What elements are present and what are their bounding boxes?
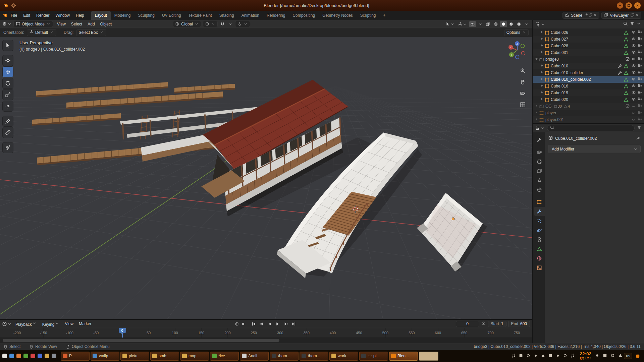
workspace-tab-compositing[interactable]: Compositing (289, 11, 319, 20)
outliner-search-button[interactable] (623, 21, 628, 27)
outliner-row-cube-010-collider-002[interactable]: Cube.010_collider.002 (533, 76, 644, 83)
hide-in-viewport-toggle[interactable] (631, 110, 636, 116)
expand-toggle[interactable] (540, 44, 544, 48)
expand-toggle[interactable] (540, 64, 544, 68)
timeline-menu-marker[interactable]: Marker (76, 321, 94, 327)
transport-jump-first-button[interactable] (250, 321, 258, 327)
menu-help[interactable]: Help (73, 12, 87, 19)
window-close-button[interactable] (634, 2, 641, 9)
outliner-row-cube-020[interactable]: Cube.020 (533, 96, 644, 103)
properties-tab-data[interactable] (534, 244, 545, 253)
auto-keying-toggle[interactable] (234, 321, 246, 326)
properties-tab-render[interactable] (534, 147, 545, 157)
outliner-filter-button[interactable] (630, 21, 635, 27)
hide-in-viewport-toggle[interactable] (631, 77, 636, 82)
options-dropdown[interactable]: Options (504, 29, 529, 36)
tray-icon-3[interactable] (526, 353, 531, 359)
timeline-scrollbar[interactable] (0, 338, 532, 343)
3d-viewport[interactable]: User Perspective (0) bridge3 | Cube.010_… (0, 37, 532, 319)
expand-toggle[interactable] (540, 50, 544, 55)
hide-in-viewport-toggle[interactable] (631, 83, 636, 89)
workspace-tab-uv-editing[interactable]: UV Editing (158, 11, 185, 20)
viewport-menu-select[interactable]: Select (68, 21, 85, 27)
menu-edit[interactable]: Edit (20, 12, 33, 19)
shading-wireframe-button[interactable] (492, 21, 499, 27)
disable-in-renders-toggle[interactable] (637, 110, 642, 116)
collection-exclude-checkbox[interactable] (625, 104, 630, 109)
shading-rendered-button[interactable] (516, 21, 522, 27)
outliner-row-player-001[interactable]: player.001 (533, 116, 644, 123)
proportional-editing-dropdown[interactable] (235, 21, 250, 27)
disable-in-renders-toggle[interactable] (637, 70, 642, 76)
hide-in-viewport-toggle[interactable] (631, 57, 636, 62)
tool-add-cube-button[interactable] (3, 142, 13, 153)
transport-jump-last-button[interactable] (290, 321, 298, 327)
disable-in-renders-toggle[interactable] (637, 37, 642, 42)
properties-tab-physics[interactable] (534, 226, 545, 235)
taskbar-window-blank[interactable] (419, 352, 438, 361)
tray-icon-2[interactable] (519, 353, 523, 359)
outliner-row-bridge3[interactable]: bridge3 (533, 56, 644, 63)
outliner-row-cube-028[interactable]: Cube.028 (533, 43, 644, 49)
menu-file[interactable]: File (8, 12, 20, 19)
properties-tab-scene[interactable] (534, 176, 545, 185)
taskbar-window-map[interactable]: map... (180, 352, 209, 361)
frame-end-field[interactable]: End 600 (508, 321, 530, 327)
taskbar-window-anali[interactable]: Anali... (240, 352, 269, 361)
taskbar-window-work[interactable]: work... (329, 352, 358, 361)
expand-toggle[interactable] (535, 104, 539, 109)
tray-icon-5[interactable] (541, 353, 545, 359)
snap-toggle[interactable] (219, 21, 226, 27)
tool-select-box-button[interactable] (3, 40, 13, 51)
mode-dropdown[interactable]: Object Mode (13, 21, 53, 27)
window-maximize-button[interactable] (626, 2, 632, 9)
taskbar-launcher-4[interactable] (23, 352, 29, 360)
transport-play-button[interactable] (274, 321, 282, 327)
workspace-tab-modeling[interactable]: Modeling (111, 11, 135, 20)
tool-move-button[interactable] (3, 67, 13, 77)
workspace-tab-sculpting[interactable]: Sculpting (135, 11, 158, 20)
expand-toggle[interactable] (540, 90, 544, 95)
tool-rotate-button[interactable] (3, 78, 13, 88)
hide-in-viewport-toggle[interactable] (631, 104, 636, 109)
timeline-menu-keying[interactable]: Keying (40, 320, 62, 327)
disable-in-renders-toggle[interactable] (637, 43, 642, 49)
hide-in-viewport-toggle[interactable] (631, 117, 636, 123)
viewlayer-selector[interactable]: ViewLayer (601, 12, 641, 19)
scene-selector[interactable]: Scene (562, 12, 599, 19)
properties-tab-constraints[interactable] (534, 235, 545, 244)
shading-material-button[interactable] (508, 21, 515, 27)
add-workspace-button[interactable]: + (380, 11, 389, 20)
disable-in-renders-toggle[interactable] (637, 57, 642, 62)
workspace-tab-scripting[interactable]: Scripting (357, 11, 380, 20)
tray-icon-7[interactable] (555, 353, 560, 359)
tray-icon-4[interactable] (533, 353, 538, 359)
tray-right-icon-4[interactable] (618, 353, 623, 359)
taskbar-clock[interactable]: 22:02 5/14/24 (580, 351, 591, 361)
window-menu-icon[interactable] (11, 3, 16, 8)
hide-in-viewport-toggle[interactable] (631, 90, 636, 96)
window-shade-button[interactable] (617, 2, 623, 9)
pivot-point-dropdown[interactable] (203, 21, 218, 27)
properties-tab-output[interactable] (534, 157, 545, 166)
current-frame-field[interactable]: 0 (456, 321, 479, 327)
transform-orientation-dropdown[interactable]: Global (173, 21, 201, 27)
hide-in-viewport-toggle[interactable] (631, 97, 636, 103)
properties-tab-texture[interactable] (534, 263, 545, 272)
tray-right-icon-3[interactable] (610, 353, 615, 359)
transport-play-rev-button[interactable] (266, 321, 274, 327)
taskbar-launcher-5[interactable] (30, 352, 36, 360)
menu-window[interactable]: Window (52, 12, 73, 19)
disable-in-renders-toggle[interactable] (637, 90, 642, 96)
outliner-row-cube-016[interactable]: Cube.016 (533, 83, 644, 89)
expand-toggle[interactable] (540, 84, 544, 88)
tray-right-icon-2[interactable] (602, 353, 607, 359)
blender-app-menu-icon[interactable] (3, 13, 8, 18)
tool-annotate-button[interactable] (3, 116, 13, 126)
tool-cursor-button[interactable] (3, 55, 13, 66)
add-modifier-button[interactable]: Add Modifier (548, 145, 641, 153)
taskbar-window-hom[interactable]: /hom... (270, 352, 299, 361)
frame-start-field[interactable]: Start 1 (488, 321, 506, 327)
hide-in-viewport-toggle[interactable] (631, 37, 636, 42)
taskbar-launcher-8[interactable] (51, 352, 57, 360)
